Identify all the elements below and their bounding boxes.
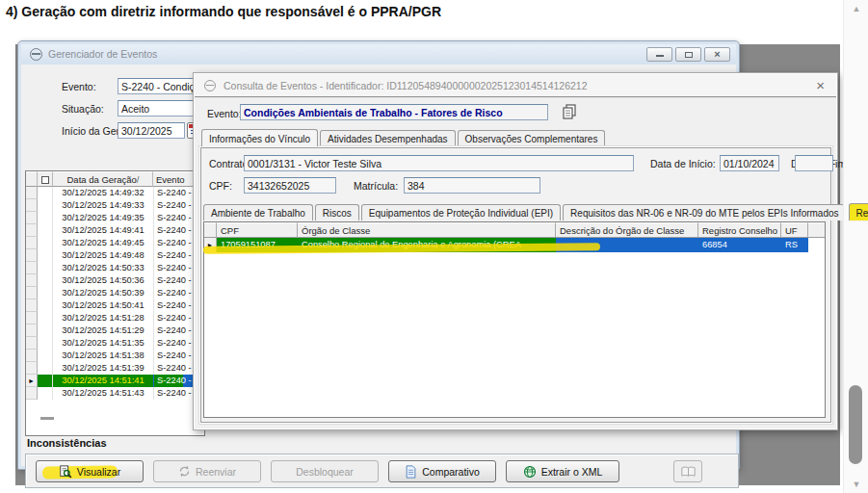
row-selector bbox=[26, 212, 38, 224]
event-row[interactable]: 30/12/2025 14:49:32S-2240 - Condições bbox=[26, 187, 204, 199]
close-icon: × bbox=[705, 48, 729, 61]
scroll-up-icon[interactable]: ▲ bbox=[844, 4, 868, 13]
row-selector bbox=[26, 299, 38, 312]
row-checkbox-cell[interactable] bbox=[38, 312, 53, 324]
page-scrollbar[interactable]: ▲ ▼ bbox=[843, 0, 868, 493]
event-row[interactable]: 30/12/2025 14:49:48S-2240 - Condições bbox=[26, 249, 204, 262]
comparativo-button[interactable]: Comparativo bbox=[388, 460, 496, 482]
data-inicio-label: Data de Início: bbox=[650, 158, 716, 169]
evento-label: Evento: bbox=[62, 81, 96, 92]
dialog-consulta-de-eventos: Consulta de Eventos - Identificador: ID1… bbox=[193, 72, 838, 430]
grid-scroll-dash[interactable] bbox=[40, 417, 54, 420]
row-checkbox-cell[interactable] bbox=[38, 274, 53, 287]
dialog-close-icon[interactable]: × bbox=[816, 77, 825, 93]
uf-column-header[interactable]: UF bbox=[781, 222, 808, 238]
tab-informacoes-do-vinculo[interactable]: Informações do Vínculo bbox=[201, 129, 318, 146]
row-checkbox-cell[interactable] bbox=[38, 299, 53, 312]
close-button[interactable]: × bbox=[704, 47, 730, 62]
row-date: 30/12/2025 14:51:43 bbox=[53, 387, 153, 400]
row-selector bbox=[26, 249, 38, 262]
row-checkbox-cell[interactable] bbox=[38, 375, 53, 387]
row-checkbox-cell[interactable] bbox=[38, 224, 53, 237]
resend-icon bbox=[178, 465, 191, 478]
tab-riscos[interactable]: Riscos bbox=[315, 204, 359, 221]
matricula-label: Matrícula: bbox=[354, 180, 398, 192]
event-row[interactable]: 30/12/2025 14:50:33S-2240 - Condições bbox=[26, 262, 204, 274]
row-selector bbox=[26, 187, 38, 199]
tab-ambiente-de-trabalho[interactable]: Ambiente de Trabalho bbox=[203, 204, 313, 221]
checkbox-header[interactable] bbox=[38, 171, 53, 187]
event-row[interactable]: 30/12/2025 14:51:35S-2240 - Condições bbox=[26, 337, 204, 350]
event-row[interactable]: 30/12/2025 14:51:43S-2240 - Condições bbox=[26, 387, 204, 400]
event-row[interactable]: 30/12/2025 14:49:41S-2240 - Condições bbox=[26, 224, 204, 237]
inicio-geracao-input[interactable]: 30/12/2025 bbox=[118, 122, 185, 139]
tab-requisitos-nr[interactable]: Requisitos das NR-06 e NR-09 do MTE pelo… bbox=[563, 204, 846, 221]
row-date: 30/12/2025 14:51:35 bbox=[53, 337, 153, 350]
tab-responsaveis[interactable]: Responsáveis bbox=[849, 203, 868, 221]
row-selector bbox=[26, 287, 38, 299]
row-date: 30/12/2025 14:50:36 bbox=[53, 274, 153, 287]
row-checkbox-cell[interactable] bbox=[38, 187, 53, 199]
row-checkbox-cell[interactable] bbox=[38, 237, 53, 249]
tab-epi[interactable]: Equipamentos de Proteção Individual (EPI… bbox=[361, 204, 561, 221]
extrair-xml-button[interactable]: Extrair o XML bbox=[506, 460, 619, 482]
row-selector: ► bbox=[26, 375, 38, 387]
tab-observacoes-complementares[interactable]: Observações Complementares bbox=[458, 130, 606, 146]
scroll-down-icon[interactable]: ▼ bbox=[844, 480, 868, 489]
data-inicio-field: 01/10/2024 bbox=[720, 155, 779, 171]
preview-icon bbox=[59, 465, 72, 479]
event-row[interactable]: 30/12/2025 14:49:33S-2240 - Condições bbox=[26, 199, 204, 212]
row-date: 30/12/2025 14:49:33 bbox=[53, 199, 153, 212]
checkbox-icon bbox=[41, 176, 49, 184]
row-selector bbox=[26, 199, 38, 212]
row-date: 30/12/2025 14:51:29 bbox=[53, 324, 153, 337]
tab-atividades-desempenhadas[interactable]: Atividades Desempenhadas bbox=[320, 130, 456, 146]
event-row[interactable]: 30/12/2025 14:49:45S-2240 - Condições bbox=[26, 237, 204, 249]
main-title-bar[interactable]: Gerenciador de Eventos × bbox=[21, 44, 736, 65]
row-checkbox-cell[interactable] bbox=[38, 350, 53, 362]
contrato-field: 0001/3131 - Victor Teste Silva bbox=[244, 155, 634, 171]
help-book-button[interactable] bbox=[673, 460, 702, 482]
event-row[interactable]: 30/12/2025 14:51:39S-2240 - Condições bbox=[26, 362, 204, 375]
row-checkbox-cell[interactable] bbox=[38, 287, 53, 299]
desbloquear-label: Desbloquear bbox=[296, 466, 354, 478]
row-date: 30/12/2025 14:50:33 bbox=[53, 262, 153, 274]
copy-icon[interactable] bbox=[562, 104, 577, 120]
registro-column-header[interactable]: Registro Conselho bbox=[698, 222, 781, 238]
event-row[interactable]: 30/12/2025 14:51:29S-2240 - Condições bbox=[26, 324, 204, 337]
minimize-button[interactable] bbox=[646, 47, 672, 62]
inner-tab-strip: Ambiente de Trabalho Riscos Equipamentos… bbox=[203, 202, 868, 221]
maximize-button[interactable] bbox=[675, 47, 701, 62]
reenviar-button[interactable]: Reenviar bbox=[153, 460, 261, 482]
event-row[interactable]: 30/12/2025 14:51:28S-2240 - Condições bbox=[26, 312, 204, 324]
event-row[interactable]: 30/12/2025 14:49:35S-2240 - Condições bbox=[26, 212, 204, 224]
row-checkbox-cell[interactable] bbox=[38, 249, 53, 262]
row-checkbox-cell[interactable] bbox=[38, 387, 53, 400]
event-row[interactable]: 30/12/2025 14:51:38S-2240 - Condições bbox=[26, 350, 204, 362]
row-date: 30/12/2025 14:49:48 bbox=[53, 249, 153, 262]
orgao-column-header[interactable]: Órgão de Classe bbox=[298, 222, 556, 238]
page-title: 4) Geração com diretriz informando que r… bbox=[6, 4, 441, 19]
event-row[interactable]: 30/12/2025 14:50:39S-2240 - Condições bbox=[26, 287, 204, 299]
dialog-title-bar[interactable]: Consulta de Eventos - Identificador: ID1… bbox=[195, 74, 836, 98]
cpf-column-header[interactable]: CPF bbox=[217, 222, 298, 238]
row-checkbox-cell[interactable] bbox=[38, 199, 53, 212]
event-row[interactable]: 30/12/2025 14:50:36S-2240 - Condições bbox=[26, 274, 204, 287]
maximize-icon bbox=[685, 52, 693, 58]
row-checkbox-cell[interactable] bbox=[38, 362, 53, 375]
visualizar-button[interactable]: Visualizar bbox=[36, 460, 144, 482]
data-fim-field bbox=[795, 155, 833, 171]
row-checkbox-cell[interactable] bbox=[38, 337, 53, 350]
row-checkbox-cell[interactable] bbox=[38, 262, 53, 274]
row-checkbox-cell[interactable] bbox=[38, 324, 53, 337]
desbloquear-button[interactable]: Desbloquear bbox=[271, 460, 379, 482]
row-checkbox-cell[interactable] bbox=[38, 212, 53, 224]
row-selector bbox=[26, 237, 38, 249]
scrollbar-thumb[interactable] bbox=[849, 385, 862, 464]
event-row[interactable]: 30/12/2025 14:50:41S-2240 - Condições bbox=[26, 299, 204, 312]
row-date: 30/12/2025 14:50:41 bbox=[53, 299, 153, 312]
descricao-column-header[interactable]: Descrição do Órgão de Classe bbox=[556, 222, 698, 238]
date-column-header[interactable]: Data da Geração/ bbox=[53, 171, 153, 187]
row-date: 30/12/2025 14:51:28 bbox=[53, 312, 153, 324]
event-row[interactable]: ►30/12/2025 14:51:41S-2240 - Condições bbox=[26, 375, 204, 387]
